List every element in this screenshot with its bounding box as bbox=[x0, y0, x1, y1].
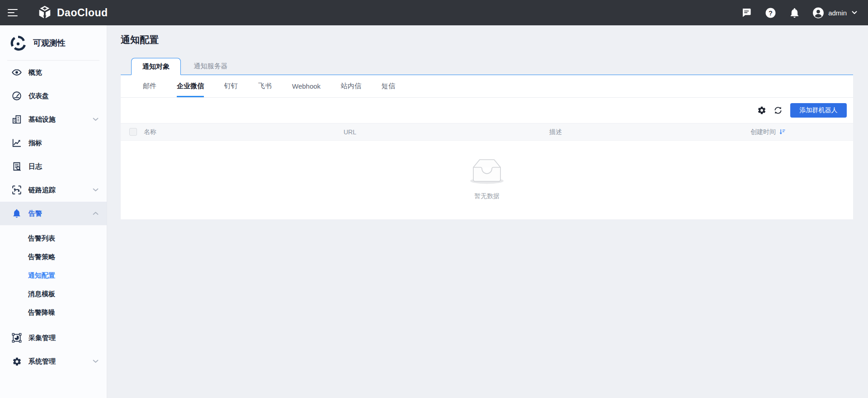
sidebar-subitem-alert-policy[interactable]: 告警策略 bbox=[0, 247, 107, 266]
hamburger-menu-icon[interactable] bbox=[0, 0, 25, 25]
eye-icon bbox=[12, 67, 22, 77]
log-search-icon bbox=[12, 161, 22, 171]
add-group-robot-button[interactable]: 添加群机器人 bbox=[790, 103, 847, 118]
help-icon[interactable]: ? bbox=[764, 7, 776, 19]
chevron-down-icon bbox=[852, 11, 857, 14]
svg-text:?: ? bbox=[769, 9, 773, 16]
tab-notification-server[interactable]: 通知服务器 bbox=[181, 57, 241, 75]
sidebar-subitem-alert-list[interactable]: 告警列表 bbox=[0, 229, 107, 247]
user-name: admin bbox=[828, 9, 847, 17]
dashboard-gauge-icon bbox=[12, 91, 22, 101]
topbar-right: ? admin bbox=[741, 7, 868, 19]
observability-logo-icon bbox=[10, 35, 26, 51]
tab-notification-target[interactable]: 通知对象 bbox=[131, 58, 181, 75]
sidebar-item-overview[interactable]: 概览 bbox=[0, 61, 107, 84]
sidebar-title: 可观测性 bbox=[33, 38, 66, 48]
subtab-email[interactable]: 邮件 bbox=[143, 75, 156, 97]
subtab-webhook[interactable]: Webhook bbox=[292, 75, 321, 97]
refresh-icon[interactable] bbox=[773, 105, 783, 115]
chevron-down-icon bbox=[93, 118, 99, 121]
sidebar-subitem-alert-noise-reduction[interactable]: 告警降噪 bbox=[0, 303, 107, 322]
content-card: 邮件 企业微信 钉钉 飞书 Webhook 站内信 短信 添加群机器人 名称 U… bbox=[121, 75, 853, 219]
sidebar-header: 可观测性 bbox=[0, 25, 107, 60]
sidebar-item-tracing[interactable]: 链路追踪 bbox=[0, 178, 107, 202]
table-header: 名称 URL 描述 创建时间 bbox=[121, 123, 853, 141]
channel-subtabs: 邮件 企业微信 钉钉 飞书 Webhook 站内信 短信 bbox=[121, 75, 853, 98]
select-all-checkbox[interactable] bbox=[129, 128, 137, 136]
sidebar-subitem-message-template[interactable]: 消息模板 bbox=[0, 284, 107, 303]
subtab-wecom[interactable]: 企业微信 bbox=[177, 75, 204, 97]
subtab-feishu[interactable]: 飞书 bbox=[258, 75, 272, 97]
sidebar-item-logs[interactable]: 日志 bbox=[0, 155, 107, 178]
collection-pie-icon bbox=[12, 333, 22, 343]
user-menu[interactable]: admin bbox=[812, 7, 857, 19]
sort-descending-icon[interactable] bbox=[779, 128, 786, 135]
empty-inbox-icon bbox=[467, 156, 507, 188]
infrastructure-icon bbox=[12, 114, 22, 124]
chevron-down-icon bbox=[93, 188, 99, 192]
column-name[interactable]: 名称 bbox=[144, 128, 344, 136]
sidebar-item-metrics[interactable]: 指标 bbox=[0, 131, 107, 155]
cube-logo-icon bbox=[37, 5, 52, 20]
sidebar-item-dashboard[interactable]: 仪表盘 bbox=[0, 84, 107, 108]
alert-bell-icon bbox=[12, 208, 22, 218]
sidebar-item-infrastructure[interactable]: 基础设施 bbox=[0, 108, 107, 131]
subtab-dingtalk[interactable]: 钉钉 bbox=[224, 75, 238, 97]
sidebar-subitem-notification-config[interactable]: 通知配置 bbox=[0, 266, 107, 284]
sidebar-item-alerts[interactable]: 告警 bbox=[0, 202, 107, 225]
tabs: 通知对象 通知服务器 bbox=[121, 57, 853, 75]
sidebar-item-system-management[interactable]: 系统管理 bbox=[0, 350, 107, 373]
column-url[interactable]: URL bbox=[344, 128, 549, 136]
tracing-icon bbox=[12, 185, 22, 195]
avatar-icon bbox=[812, 7, 824, 19]
bell-icon[interactable] bbox=[788, 7, 800, 19]
chat-icon[interactable] bbox=[741, 7, 752, 19]
empty-text: 暂无数据 bbox=[121, 192, 853, 200]
subtab-sms[interactable]: 短信 bbox=[382, 75, 395, 97]
main-content: 通知配置 通知对象 通知服务器 邮件 企业微信 钉钉 飞书 Webhook 站内… bbox=[107, 25, 868, 398]
gear-icon bbox=[12, 356, 22, 366]
brand: DaoCloud bbox=[37, 5, 108, 20]
chevron-down-icon bbox=[93, 360, 99, 363]
page-title: 通知配置 bbox=[121, 33, 853, 46]
metrics-chart-icon bbox=[12, 138, 22, 148]
settings-gear-icon[interactable] bbox=[757, 105, 767, 115]
chevron-up-icon bbox=[93, 212, 99, 215]
sidebar-item-collection-management[interactable]: 采集管理 bbox=[0, 326, 107, 350]
column-description[interactable]: 描述 bbox=[549, 128, 750, 136]
brand-name: DaoCloud bbox=[57, 7, 108, 19]
sidebar: 可观测性 概览 仪表盘 基础设施 指标 日志 bbox=[0, 25, 107, 398]
toolbar: 添加群机器人 bbox=[121, 98, 853, 123]
subtab-site-message[interactable]: 站内信 bbox=[341, 75, 361, 97]
topbar: DaoCloud ? bbox=[0, 0, 868, 25]
column-created-time[interactable]: 创建时间 bbox=[750, 128, 853, 136]
alerts-submenu: 告警列表 告警策略 通知配置 消息模板 告警降噪 bbox=[0, 225, 107, 322]
empty-state: 暂无数据 bbox=[121, 141, 853, 200]
